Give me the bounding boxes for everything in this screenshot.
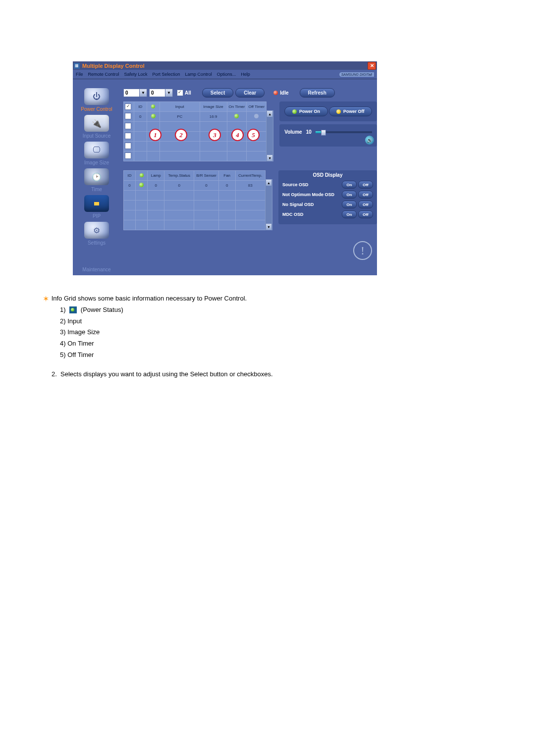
- col2-id: ID: [124, 171, 136, 181]
- sidebar-item-time[interactable]: 🕑 Time: [74, 168, 119, 192]
- star-bullet-icon: ✶: [42, 295, 50, 303]
- annotation-1: 1: [149, 129, 161, 141]
- volume-box: Volume 10 🔊: [279, 124, 377, 147]
- volume-thumb[interactable]: [321, 130, 326, 136]
- row-checkbox[interactable]: [125, 113, 131, 119]
- sidebar-item-settings[interactable]: ⚙ Settings: [74, 222, 119, 246]
- sidebar-label: Power Control: [81, 106, 112, 112]
- mdc-osd-on[interactable]: On: [342, 210, 357, 218]
- cell2-id: 0: [124, 181, 136, 191]
- info-grid: ID Input Image Size On Timer Off Timer 0: [123, 101, 267, 161]
- scroll-up[interactable]: ▲: [266, 180, 271, 186]
- cell2-lamp: 0: [148, 181, 164, 191]
- power-on-button[interactable]: Power On: [284, 106, 327, 116]
- osd-box: OSD Display Source OSD On Off Not Optimu…: [278, 170, 377, 224]
- close-button[interactable]: ✕: [368, 62, 376, 70]
- doc-second: Selects displays you want to adjust usin…: [60, 370, 273, 378]
- osd-label: MDC OSD: [282, 212, 304, 217]
- menu-help[interactable]: Help: [241, 72, 250, 77]
- id-spinner-1[interactable]: 0 ▼: [123, 89, 147, 97]
- osd-row-no-signal: No Signal OSD On Off: [282, 201, 373, 208]
- menu-lamp-control[interactable]: Lamp Control: [185, 72, 212, 77]
- spinner1-button[interactable]: ▼: [140, 89, 147, 97]
- row-checkbox[interactable]: [125, 133, 131, 139]
- power-off-button[interactable]: Power Off: [329, 106, 372, 116]
- sidebar-item-maintenance[interactable]: Maintenance: [74, 249, 119, 272]
- sidebar-label: Maintenance: [82, 267, 110, 272]
- window-title: Multiple Display Control: [82, 63, 368, 69]
- sidebar-item-power-control[interactable]: ⏻ Power Control: [74, 88, 119, 112]
- mdc-osd-off[interactable]: Off: [358, 210, 373, 218]
- grid-row[interactable]: 0 PC 16:9: [124, 112, 267, 122]
- status-row[interactable]: 0 0 0 0 0 83: [124, 181, 266, 191]
- sidebar-item-input-source[interactable]: 🔌 Input Source: [74, 115, 119, 139]
- sidebar-label: Settings: [88, 240, 106, 246]
- all-checkbox[interactable]: [177, 90, 183, 96]
- row-checkbox[interactable]: [125, 123, 131, 129]
- clear-button[interactable]: Clear: [235, 88, 265, 98]
- notopt-osd-on[interactable]: On: [342, 191, 357, 199]
- notopt-osd-off[interactable]: Off: [358, 191, 373, 199]
- titlebar[interactable]: ▦ Multiple Display Control ✕: [73, 61, 377, 70]
- annotation-4: 4: [231, 129, 244, 141]
- menu-remote-control[interactable]: Remote Control: [88, 72, 119, 77]
- sidebar-item-image-size[interactable]: 🖵 Image Size: [74, 142, 119, 165]
- maintenance-icon: [84, 249, 109, 265]
- volume-label: Volume: [284, 129, 302, 135]
- power-box: Power On Power Off: [279, 101, 377, 121]
- pip-icon: [84, 195, 109, 212]
- cell-input: PC: [160, 112, 200, 122]
- col2-power-icon: [136, 171, 148, 181]
- id-spinner-2[interactable]: 0 ▼: [149, 89, 173, 97]
- osd-label: Source OSD: [282, 182, 309, 187]
- scroll-down[interactable]: ▼: [267, 155, 272, 161]
- menu-safety-lock[interactable]: Safety Lock: [124, 72, 148, 77]
- menu-port-selection[interactable]: Port Selection: [153, 72, 180, 77]
- settings-icon: ⚙: [84, 222, 109, 239]
- doc-list-5: Off Timer: [67, 351, 94, 358]
- nosignal-osd-off[interactable]: Off: [358, 201, 373, 208]
- cell-size: 16:9: [200, 112, 227, 122]
- grid-chk-all[interactable]: [125, 103, 131, 110]
- row-checkbox[interactable]: [125, 143, 131, 149]
- scroll-down[interactable]: ▼: [266, 224, 271, 230]
- col-power-icon: [147, 102, 160, 112]
- power-on-dot-icon: [292, 109, 297, 114]
- osd-label: Not Optimum Mode OSD: [282, 192, 334, 197]
- sidebar-label: Time: [91, 187, 102, 192]
- cell2-power-icon: [139, 183, 144, 187]
- input-source-icon: 🔌: [84, 115, 109, 132]
- scroll-up[interactable]: ▲: [267, 111, 272, 117]
- power-status-icon: [69, 306, 77, 313]
- osd-row-source: Source OSD On Off: [282, 181, 373, 189]
- col-input: Input: [160, 102, 200, 112]
- speaker-icon[interactable]: 🔊: [365, 136, 374, 145]
- sidebar-item-pip[interactable]: PIP: [74, 195, 119, 219]
- source-osd-off[interactable]: Off: [358, 181, 373, 189]
- menu-options[interactable]: Options...: [217, 72, 236, 77]
- spinner2-button[interactable]: ▼: [165, 89, 173, 97]
- osd-row-not-optimum: Not Optimum Mode OSD On Off: [282, 191, 373, 199]
- menu-file[interactable]: File: [76, 72, 83, 77]
- doc-list-3: Image Size: [67, 328, 100, 336]
- select-button[interactable]: Select: [202, 88, 233, 98]
- doc-list-1: (Power Status): [81, 306, 123, 313]
- cell2-ts: 0: [164, 181, 194, 191]
- idle-label: Idle: [280, 90, 288, 96]
- sidebar-label: Input Source: [83, 133, 111, 139]
- cell-id: 0: [134, 112, 147, 122]
- alert-icon: !: [353, 241, 372, 260]
- osd-label: No Signal OSD: [282, 202, 314, 207]
- refresh-button[interactable]: Refresh: [300, 88, 335, 98]
- spinner2-value: 0: [149, 89, 165, 97]
- row-checkbox[interactable]: [125, 152, 131, 159]
- nosignal-osd-on[interactable]: On: [342, 201, 357, 208]
- source-osd-on[interactable]: On: [342, 181, 357, 189]
- power-dot-icon: [151, 104, 155, 108]
- brand-label: SAMSUNG DIGITall: [339, 72, 374, 77]
- col2-fan: Fan: [218, 171, 235, 181]
- volume-slider[interactable]: [316, 131, 372, 133]
- col-image-size: Image Size: [200, 102, 227, 112]
- col-on-timer: On Timer: [227, 102, 247, 112]
- sidebar: ⏻ Power Control 🔌 Input Source 🖵 Image S…: [73, 79, 120, 275]
